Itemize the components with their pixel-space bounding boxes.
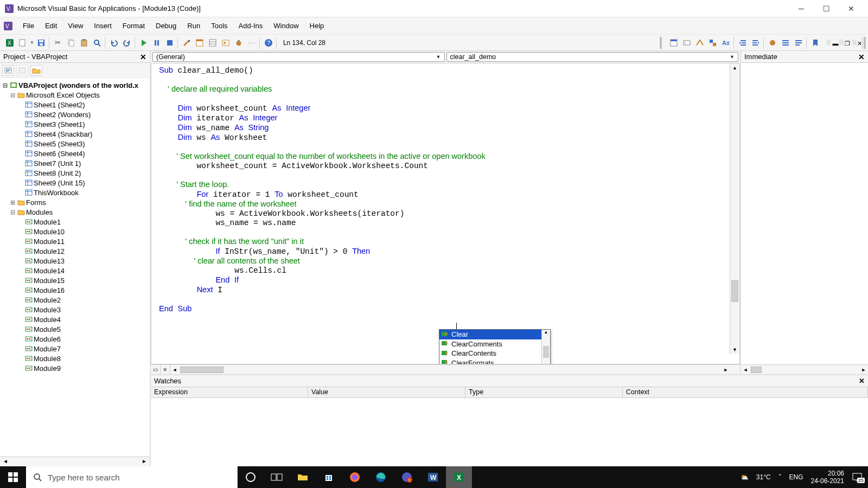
complete-word-button[interactable]	[707, 37, 719, 49]
a-plus-button[interactable]: A±	[720, 37, 732, 49]
language-indicator[interactable]: ENG	[789, 473, 803, 481]
watches-col-expression[interactable]: Expression	[151, 387, 308, 397]
tree-item[interactable]: Sheet5 (Sheet3)	[1, 139, 149, 149]
cortana-icon[interactable]	[238, 466, 264, 488]
intellisense-scrollbar[interactable]: ▲ ▼	[541, 330, 550, 364]
quick-info-button[interactable]: i	[681, 37, 693, 49]
scroll-up-icon[interactable]: ▲	[542, 330, 550, 337]
scrollbar-thumb[interactable]	[543, 346, 549, 358]
temperature[interactable]: 31°C	[756, 473, 771, 481]
copy-button[interactable]	[65, 37, 77, 49]
microsoft-store-icon[interactable]	[316, 466, 342, 488]
tree-item[interactable]: Sheet8 (Unit 2)	[1, 168, 149, 178]
scroll-right-icon[interactable]: ►	[140, 458, 149, 466]
menu-debug[interactable]: Debug	[150, 20, 182, 32]
toggle-folders-button[interactable]	[30, 65, 42, 76]
insert-item-button[interactable]	[17, 37, 29, 49]
run-button[interactable]	[138, 37, 150, 49]
parameter-info-button[interactable]	[694, 37, 706, 49]
tree-item[interactable]: Module8	[1, 354, 149, 363]
intellisense-item[interactable]: ClearFormats	[439, 358, 550, 365]
tree-item[interactable]: Module5	[1, 324, 149, 334]
menu-window[interactable]: Window	[268, 20, 304, 32]
weather-icon[interactable]: ⛅	[741, 473, 749, 481]
tree-item[interactable]: Module2	[1, 295, 149, 305]
project-tree[interactable]: ⊟VBAProject (wonders of the world.x⊟Micr…	[0, 78, 150, 457]
immediate-close-button[interactable]: ✕	[858, 53, 865, 61]
scroll-left-icon[interactable]: ◄	[170, 367, 179, 373]
tree-item[interactable]: Sheet1 (Sheet2)	[1, 100, 149, 110]
code-editor[interactable]: Sub clear_all_demo() ' declare all requi…	[151, 63, 740, 364]
watches-col-type[interactable]: Type	[465, 387, 623, 397]
scroll-right-icon[interactable]: ►	[859, 367, 868, 373]
task-view-icon[interactable]	[264, 466, 290, 488]
excel-icon[interactable]: X	[446, 466, 472, 488]
project-panel-close-button[interactable]: ✕	[140, 53, 146, 61]
object-dropdown[interactable]: (General) ▼	[152, 52, 445, 62]
undo-button[interactable]	[108, 37, 120, 49]
menu-view[interactable]: View	[62, 20, 88, 32]
menu-insert[interactable]: Insert	[88, 20, 117, 32]
toolbox-button[interactable]	[233, 37, 245, 49]
teams-icon[interactable]: 3	[394, 466, 420, 488]
tree-item[interactable]: Module15	[1, 275, 149, 285]
taskbar-search[interactable]: Type here to search	[26, 466, 238, 488]
code-h-scrollbar[interactable]: ◄ ►	[170, 365, 730, 374]
immediate-body[interactable]	[741, 63, 868, 364]
tree-item[interactable]: Sheet2 (Wonders)	[1, 110, 149, 119]
menu-run[interactable]: Run	[182, 20, 206, 32]
tray-chevron-icon[interactable]: ˄	[778, 473, 782, 481]
notifications-icon[interactable]: 25	[852, 472, 863, 482]
tree-item[interactable]: Module16	[1, 285, 149, 295]
object-browser-button[interactable]	[220, 37, 232, 49]
find-button[interactable]	[91, 37, 103, 49]
tree-item[interactable]: Module1	[1, 217, 149, 227]
list-properties-button[interactable]	[668, 37, 680, 49]
scroll-up-icon[interactable]: ▲	[730, 63, 739, 72]
tree-item[interactable]: Module11	[1, 236, 149, 246]
scroll-left-icon[interactable]: ◄	[741, 367, 750, 373]
tree-item[interactable]: Sheet6 (Sheet4)	[1, 149, 149, 158]
breakpoint-button[interactable]	[767, 37, 778, 49]
procedure-view-button[interactable]: ▭	[151, 365, 161, 374]
intellisense-item[interactable]: ClearContents	[439, 349, 550, 358]
tree-item[interactable]: Module6	[1, 334, 149, 344]
tree-item[interactable]: Sheet4 (Snackbar)	[1, 129, 149, 139]
tree-item[interactable]: Module9	[1, 363, 149, 373]
scrollbar-thumb[interactable]	[751, 367, 762, 373]
help-button[interactable]: ?	[263, 37, 275, 49]
tree-item[interactable]: ⊞Forms	[1, 197, 149, 207]
cut-button[interactable]: ✂	[52, 37, 64, 49]
menu-edit[interactable]: Edit	[40, 20, 62, 32]
watches-col-context[interactable]: Context	[623, 387, 868, 397]
paste-button[interactable]	[78, 37, 90, 49]
tree-item[interactable]: ThisWorkbook	[1, 188, 149, 197]
clock[interactable]: 20:06 24-06-2021	[811, 470, 844, 485]
start-button[interactable]	[0, 466, 26, 488]
tree-item[interactable]: ⊟VBAProject (wonders of the world.x	[1, 80, 149, 90]
tree-item[interactable]: ⊟Modules	[1, 207, 149, 217]
design-mode-button[interactable]	[181, 37, 193, 49]
scroll-down-icon[interactable]: ▼	[730, 345, 739, 354]
scroll-right-icon[interactable]: ►	[722, 367, 730, 373]
scrollbar-thumb[interactable]	[180, 367, 224, 373]
tree-item[interactable]: Module7	[1, 344, 149, 354]
outdent-button[interactable]	[737, 37, 749, 49]
full-module-view-button[interactable]: ≡	[161, 365, 170, 374]
bookmark-toggle-button[interactable]	[809, 37, 821, 49]
properties-button[interactable]	[207, 37, 219, 49]
intellisense-item[interactable]: ClearComments	[439, 339, 550, 349]
intellisense-item[interactable]: Clear	[439, 330, 550, 339]
file-explorer-icon[interactable]	[290, 466, 316, 488]
scrollbar-thumb[interactable]	[731, 280, 738, 302]
tree-item[interactable]: ⊟Microsoft Excel Objects	[1, 90, 149, 100]
tree-item[interactable]: Module10	[1, 227, 149, 236]
firefox-icon[interactable]	[342, 466, 368, 488]
save-button[interactable]	[35, 37, 47, 49]
procedure-dropdown[interactable]: clear_all_demo ▼	[446, 52, 739, 62]
scroll-left-icon[interactable]: ◄	[1, 458, 10, 466]
menu-add-ins[interactable]: Add-Ins	[233, 20, 269, 32]
watches-col-value[interactable]: Value	[308, 387, 465, 397]
tree-item[interactable]: Module14	[1, 266, 149, 275]
comment-block-button[interactable]	[780, 37, 792, 49]
